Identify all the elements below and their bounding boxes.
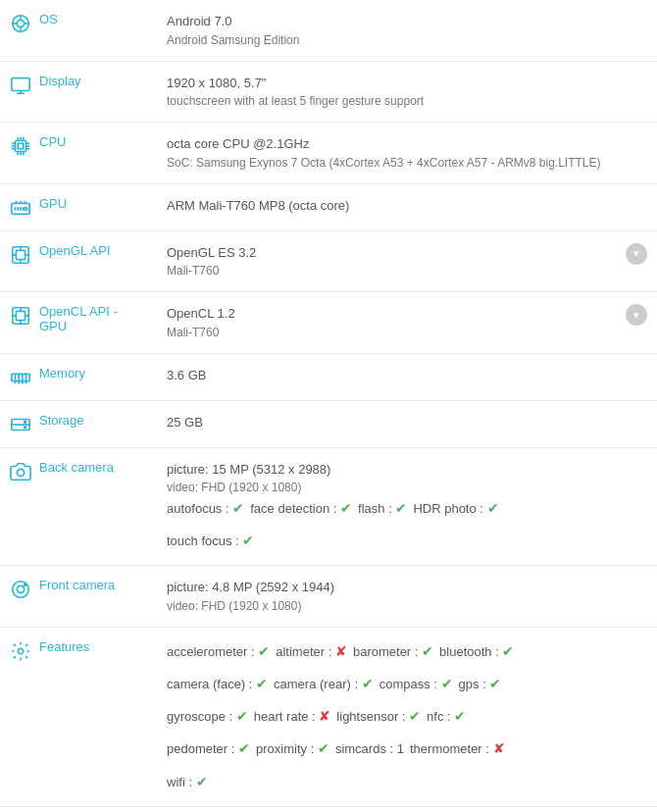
value-sub-frontcamera: video: FHD (1920 x 1080) bbox=[167, 597, 647, 615]
label-inner-frontcamera: Front camera bbox=[10, 578, 147, 600]
check-yes-icon: ✔ bbox=[489, 676, 501, 691]
storage-icon bbox=[10, 414, 31, 435]
row-os: OS Android 7.0Android Samsung Edition bbox=[0, 0, 657, 61]
feature-label: autofocus : ✔ bbox=[167, 496, 244, 521]
check-yes-icon: ✔ bbox=[487, 500, 499, 516]
dropdown-button-opencl[interactable]: ▾ bbox=[626, 304, 647, 326]
features-icon bbox=[10, 640, 31, 662]
value-cell-storage: 25 GB bbox=[157, 400, 657, 447]
label-inner-opencl: OpenCL API - GPU bbox=[10, 304, 147, 333]
value-main-frontcamera: picture: 4.8 MP (2592 x 1944) bbox=[167, 578, 647, 597]
value-cell-features: accelerometer : ✔altimeter : ✘barometer … bbox=[157, 627, 657, 806]
feature-label: HDR photo : ✔ bbox=[413, 496, 498, 521]
row-opencl: OpenCL API - GPU OpenCL 1.2Mali-T760▾ bbox=[0, 292, 657, 354]
feature-item: compass : ✔ bbox=[379, 672, 453, 696]
check-yes-icon: ✔ bbox=[340, 500, 352, 516]
label-cell-frontcamera: Front camera bbox=[0, 566, 157, 628]
check-yes-icon: ✔ bbox=[256, 676, 268, 691]
check-yes-icon: ✔ bbox=[362, 676, 374, 691]
label-inner-os: OS bbox=[10, 12, 147, 34]
display-icon bbox=[10, 75, 31, 96]
value-sub-opengl: Mali-T760 bbox=[167, 262, 647, 279]
svg-rect-10 bbox=[18, 143, 24, 149]
value-sub-display: touchscreen with at least 5 finger gestu… bbox=[167, 92, 647, 110]
value-main-opencl: OpenCL 1.2 bbox=[167, 304, 647, 324]
feature-row-1: autofocus : ✔face detection : ✔flash : ✔… bbox=[167, 496, 647, 521]
feature-item: pedometer : ✔ bbox=[167, 736, 250, 761]
value-main-display: 1920 x 1080, 5.7" bbox=[167, 74, 647, 93]
label-inner-opengl: OpenGL API bbox=[10, 243, 147, 266]
backcamera-icon bbox=[10, 461, 31, 482]
label-text-display: Display bbox=[39, 74, 81, 88]
svg-point-57 bbox=[17, 469, 24, 476]
label-text-opencl: OpenCL API - GPU bbox=[39, 304, 147, 333]
label-cell-cpu: CPU bbox=[0, 123, 157, 184]
frontcamera-icon bbox=[10, 579, 31, 600]
value-main-cpu: octa core CPU @2.1GHz bbox=[167, 134, 647, 154]
check-yes-icon: ✔ bbox=[422, 643, 433, 659]
check-yes-icon: ✔ bbox=[409, 708, 421, 724]
label-cell-storage: Storage bbox=[0, 400, 157, 447]
row-memory: Memory 3.6 GB bbox=[0, 353, 657, 400]
check-yes-icon: ✔ bbox=[395, 500, 407, 516]
svg-rect-33 bbox=[16, 250, 25, 259]
check-yes-icon: ✔ bbox=[502, 643, 514, 659]
label-cell-os: OS bbox=[0, 0, 157, 61]
feature-item: gps : ✔ bbox=[459, 672, 502, 696]
feature-item: accelerometer : ✔ bbox=[167, 639, 270, 664]
feature-item: simcards : 1 bbox=[335, 737, 404, 760]
feature-row-2: touch focus : ✔ bbox=[167, 529, 647, 553]
value-main-memory: 3.6 GB bbox=[167, 366, 647, 385]
os-icon bbox=[10, 13, 31, 34]
memory-icon bbox=[10, 367, 31, 388]
feature-item: heart rate : ✘ bbox=[254, 704, 331, 729]
value-main-gpu: ARM Mali-T760 MP8 (octa core) bbox=[167, 196, 647, 216]
opencl-icon bbox=[10, 305, 31, 327]
feature-group-2: gyroscope : ✔heart rate : ✘lightsensor :… bbox=[167, 704, 647, 729]
value-cell-memory: 3.6 GB bbox=[157, 353, 657, 400]
svg-rect-39 bbox=[16, 311, 25, 320]
feature-group-3: pedometer : ✔proximity : ✔simcards : 1th… bbox=[167, 736, 647, 761]
gpu-icon bbox=[10, 197, 31, 219]
label-text-os: OS bbox=[39, 12, 58, 26]
label-cell-display: Display bbox=[0, 61, 157, 123]
value-main-opengl: OpenGL ES 3.2 bbox=[167, 243, 647, 263]
value-cell-opengl: OpenGL ES 3.2Mali-T760▾ bbox=[157, 230, 657, 292]
label-inner-memory: Memory bbox=[10, 366, 147, 388]
feature-group-0: accelerometer : ✔altimeter : ✘barometer … bbox=[167, 639, 647, 664]
row-backcamera: Back camera picture: 15 MP (5312 x 2988)… bbox=[0, 447, 657, 566]
row-storage: Storage 25 GB bbox=[0, 400, 657, 447]
label-cell-backcamera: Back camera bbox=[0, 447, 157, 566]
label-cell-memory: Memory bbox=[0, 353, 157, 400]
value-main-os: Android 7.0 bbox=[167, 12, 647, 31]
feature-item: altimeter : ✘ bbox=[276, 639, 347, 664]
label-cell-opencl: OpenCL API - GPU bbox=[0, 292, 157, 354]
feature-item: camera (rear) : ✔ bbox=[274, 672, 374, 696]
label-text-frontcamera: Front camera bbox=[39, 578, 115, 592]
label-text-gpu: GPU bbox=[39, 196, 67, 211]
check-yes-icon: ✔ bbox=[196, 774, 208, 789]
feature-label: face detection : ✔ bbox=[250, 496, 352, 521]
svg-point-28 bbox=[25, 207, 27, 210]
feature-item: thermometer : ✘ bbox=[410, 736, 505, 761]
row-display: Display 1920 x 1080, 5.7"touchscreen wit… bbox=[0, 61, 657, 123]
row-gpu: GPU ARM Mali-T760 MP8 (octa core) bbox=[0, 183, 657, 230]
value-cell-opencl: OpenCL 1.2Mali-T760▾ bbox=[157, 292, 657, 354]
check-no-icon: ✘ bbox=[493, 740, 505, 756]
check-no-icon: ✘ bbox=[319, 708, 330, 724]
check-yes-icon: ✔ bbox=[236, 708, 248, 724]
label-text-features: Features bbox=[39, 639, 89, 654]
value-main-storage: 25 GB bbox=[167, 413, 647, 432]
value-sub-os: Android Samsung Edition bbox=[167, 31, 647, 49]
spec-table: OS Android 7.0Android Samsung Edition Di… bbox=[0, 0, 657, 807]
label-cell-gpu: GPU bbox=[0, 183, 157, 230]
dropdown-button-opengl[interactable]: ▾ bbox=[626, 243, 647, 265]
svg-point-61 bbox=[18, 648, 24, 654]
svg-point-59 bbox=[17, 586, 24, 593]
check-yes-icon: ✔ bbox=[441, 676, 453, 691]
feature-item: nfc : ✔ bbox=[427, 704, 466, 729]
feature-item: bluetooth : ✔ bbox=[439, 639, 514, 664]
row-cpu: CPU octa core CPU @2.1GHzSoC: Samsung Ex… bbox=[0, 123, 657, 184]
label-inner-features: Features bbox=[10, 639, 147, 662]
check-no-icon: ✘ bbox=[335, 643, 347, 659]
